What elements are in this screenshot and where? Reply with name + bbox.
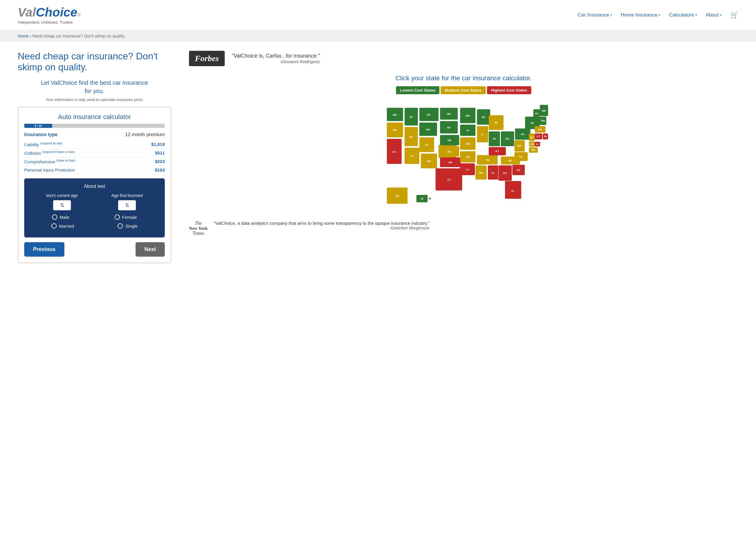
svg-rect-40 [460, 151, 476, 163]
svg-rect-52 [488, 166, 498, 180]
collision-name: Collision (required if lease or loan) [24, 150, 75, 156]
current-age-spinner[interactable]: ⇅ [53, 200, 71, 210]
svg-rect-48 [477, 155, 497, 165]
liability-price: $1,019 [151, 142, 165, 147]
forbes-quote-block: "ValChoice is, Carfax...for insurance." … [232, 53, 320, 64]
svg-rect-88 [543, 134, 548, 139]
breadcrumb-bar: Home › Need cheap car insurance? Don't s… [0, 30, 756, 42]
comprehensive-name: Comprehensive (lease or loan) [24, 159, 75, 164]
svg-rect-74 [515, 128, 531, 140]
nav-home-insurance[interactable]: Home Insurance ▾ [621, 12, 660, 18]
svg-rect-16 [419, 137, 434, 152]
age-row: test's current age ⇅ Age first licensed … [30, 193, 159, 210]
svg-rect-4 [387, 139, 402, 164]
marital-row: Married Single [30, 223, 159, 229]
first-licensed-label: Age first licensed [111, 193, 143, 198]
chevron-down-icon: ▾ [659, 13, 660, 17]
legend-lowest: Lowest Cost States [396, 86, 440, 94]
pip-price: $193 [155, 168, 165, 173]
logo-reg: ® [78, 12, 81, 18]
svg-rect-60 [498, 166, 512, 181]
nyt-new-york: New York [189, 226, 208, 231]
svg-rect-50 [476, 166, 487, 180]
insurance-row-pip: Personal Injury Protection $193 [24, 166, 165, 174]
svg-rect-46 [477, 126, 488, 142]
logo-tagline: Independent. Unbiased. Trusted. [18, 20, 81, 25]
logo[interactable]: ValChoice® Independent. Unbiased. Truste… [18, 5, 81, 25]
insurance-header: Insurance type 12-month premium [24, 132, 165, 137]
svg-rect-24 [440, 121, 458, 134]
person-name: About test [30, 184, 159, 189]
right-column: Forbes "ValChoice is, Carfax...for insur… [189, 51, 738, 263]
comprehensive-price: $223 [155, 159, 165, 164]
insurance-row-liability: Liability (required by law) $1,019 [24, 140, 165, 149]
radio-circle-married [51, 223, 57, 229]
male-radio[interactable]: Male [52, 214, 69, 220]
nav-about[interactable]: About ▾ [706, 12, 721, 18]
cart-icon[interactable]: 🛒 [730, 11, 738, 19]
forbes-quote: "ValChoice is, Carfax...for insurance." [232, 53, 320, 59]
svg-rect-22 [440, 108, 458, 120]
svg-rect-36 [460, 125, 476, 136]
svg-rect-96 [535, 142, 540, 146]
forbes-box: Forbes "ValChoice is, Carfax...for insur… [189, 51, 738, 66]
svg-rect-26 [440, 135, 459, 145]
previous-button[interactable]: Previous [24, 242, 64, 257]
svg-rect-70 [514, 140, 525, 151]
svg-rect-64 [501, 131, 514, 146]
legend-medium: Medium Cost States [441, 86, 485, 94]
female-label: Female [122, 215, 137, 220]
nyt-logo: The New York Times [189, 221, 208, 236]
radio-circle-single [118, 223, 123, 229]
nav-car-insurance[interactable]: Car Insurance ▾ [578, 12, 612, 18]
female-radio[interactable]: Female [115, 214, 137, 220]
progress-label: 2 / 10 [35, 124, 42, 127]
svg-rect-98 [387, 187, 407, 204]
single-radio[interactable]: Single [118, 223, 138, 229]
header: ValChoice® Independent. Unbiased. Truste… [0, 0, 756, 30]
svg-rect-100 [416, 195, 428, 202]
page-subtitle: Let ValChoice find the best car insuranc… [18, 79, 171, 95]
forbes-logo: Forbes [189, 51, 225, 66]
map-title: Click your state for the car insurance c… [189, 75, 738, 82]
insurance-row-collision: Collision (required if lease or loan) $5… [24, 149, 165, 157]
svg-rect-58 [489, 147, 506, 155]
calculator-title: Auto insurance calculator [24, 113, 165, 121]
legend-highest: Highest Cost States [487, 86, 532, 94]
next-button[interactable]: Next [135, 242, 165, 257]
progress-bar-fill: 2 / 10 [24, 124, 52, 128]
svg-rect-82 [540, 117, 546, 125]
married-label: Married [59, 224, 74, 229]
svg-rect-56 [489, 131, 500, 146]
person-section: About test test's current age ⇅ Age firs… [24, 178, 165, 237]
first-licensed-spinner[interactable]: ⇅ [118, 200, 136, 210]
us-map[interactable]: WA OR CA ID NV AZ MT [378, 99, 549, 212]
male-label: Male [60, 215, 69, 220]
svg-rect-62 [505, 181, 521, 199]
chevron-down-icon: ▾ [610, 13, 612, 17]
svg-rect-32 [435, 168, 462, 190]
first-licensed-field: Age first licensed ⇅ [111, 193, 143, 210]
nav-calculators[interactable]: Calculators ▾ [669, 12, 697, 18]
insurance-type-label: Insurance type [24, 132, 58, 137]
nyt-times: Times [189, 231, 208, 236]
single-label: Single [125, 224, 138, 229]
svg-rect-34 [460, 108, 476, 123]
svg-rect-44 [477, 109, 490, 125]
radio-circle-female [115, 214, 120, 220]
svg-marker-102 [428, 197, 430, 200]
svg-rect-54 [489, 115, 504, 130]
insurance-row-comprehensive: Comprehensive (lease or loan) $223 [24, 157, 165, 166]
breadcrumb: Home › Need cheap car insurance? Don't s… [18, 34, 738, 38]
pip-name: Personal Injury Protection [24, 168, 75, 173]
main-nav: Car Insurance ▾ Home Insurance ▾ Calcula… [578, 11, 738, 19]
calculator-box: Auto insurance calculator 2 / 10 Insuran… [18, 107, 171, 263]
premium-label: 12-month premium [125, 132, 165, 137]
married-radio[interactable]: Married [51, 223, 74, 229]
page-title: Need cheap car insurance? Don't skimp on… [18, 51, 171, 72]
breadcrumb-home[interactable]: Home [18, 34, 29, 38]
svg-rect-8 [404, 127, 418, 146]
forbes-author: -Giovanni Rodriguez [232, 59, 320, 64]
privacy-note: Your information is only used to calcula… [18, 97, 171, 102]
svg-rect-12 [419, 108, 439, 121]
